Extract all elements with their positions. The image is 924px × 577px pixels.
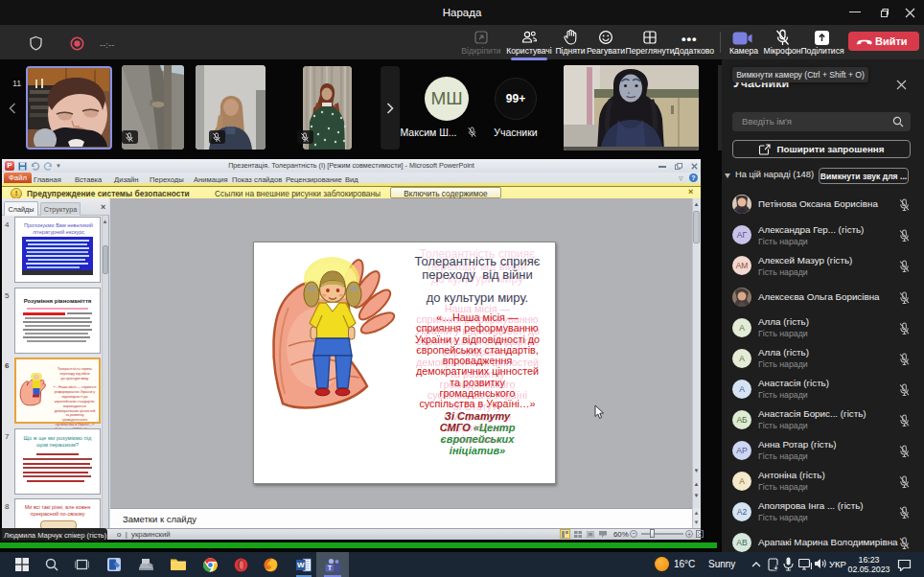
svg-text:W: W xyxy=(297,561,305,569)
svg-text:T: T xyxy=(328,565,332,571)
